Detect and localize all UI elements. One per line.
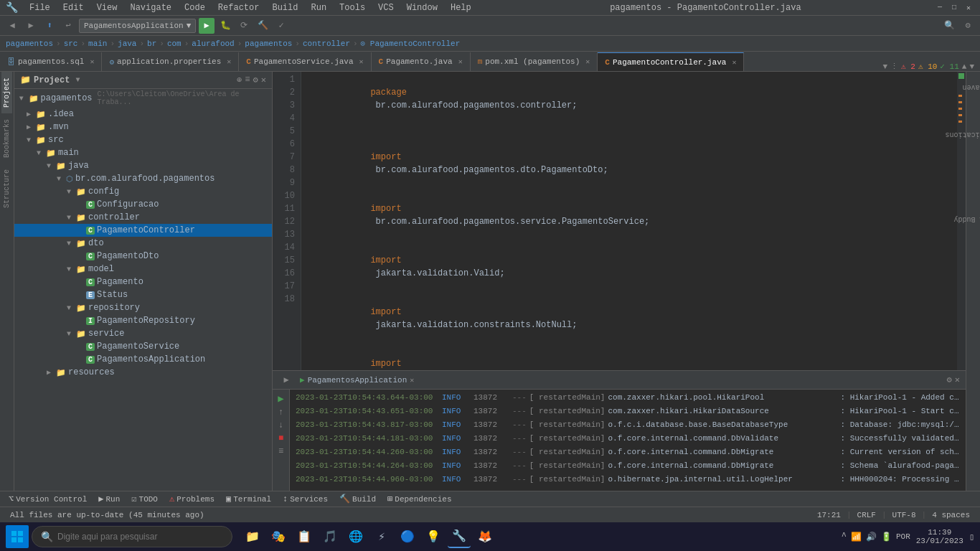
tree-configuracao[interactable]: C Configuracao bbox=[14, 198, 272, 211]
tab-close-pagamento-controller[interactable]: ✕ bbox=[732, 58, 736, 67]
run-close-button[interactable]: ✕ bbox=[955, 375, 960, 385]
tree-src[interactable]: ▼ 📁 src bbox=[14, 133, 272, 146]
project-settings-button[interactable]: ⚙ bbox=[253, 75, 258, 85]
run-tool-button[interactable]: ▶ Run bbox=[95, 494, 123, 504]
close-button[interactable]: ✕ bbox=[963, 2, 974, 14]
tab-pagamento-java[interactable]: C Pagamento.java ✕ bbox=[372, 52, 471, 71]
maven-panel-button[interactable]: Maven bbox=[958, 82, 980, 93]
taskbar-app3[interactable]: 📋 bbox=[293, 525, 316, 548]
taskbar-app2[interactable]: 🎭 bbox=[267, 525, 290, 548]
tree-status[interactable]: E Status bbox=[14, 288, 272, 301]
tree-resources[interactable]: ▶ 📁 resources bbox=[14, 366, 272, 379]
run-app-close-icon[interactable]: ✕ bbox=[410, 376, 414, 385]
build-button[interactable]: 🔨 Build bbox=[336, 494, 379, 504]
menu-refactor[interactable]: Refactor bbox=[212, 1, 265, 14]
nav-icon2[interactable]: ↩ bbox=[60, 18, 76, 34]
tree-config[interactable]: ▼ 📁 config bbox=[14, 185, 272, 198]
run-button[interactable]: ▶ bbox=[199, 18, 215, 34]
run-scroll-up-btn[interactable]: ↑ bbox=[278, 408, 283, 418]
taskbar-network-icon[interactable]: 📶 bbox=[851, 532, 862, 542]
search-button[interactable]: 🔍 bbox=[941, 18, 957, 34]
tree-repository[interactable]: ▼ 📁 repository bbox=[14, 301, 272, 314]
forward-button[interactable]: ▶ bbox=[23, 18, 39, 34]
project-panel-button[interactable]: Project bbox=[1, 72, 12, 113]
taskbar-intellij[interactable]: 🔧 bbox=[448, 525, 471, 548]
menu-vcs[interactable]: VCS bbox=[372, 1, 400, 14]
minimize-button[interactable]: ─ bbox=[934, 2, 946, 14]
tab-pagamentos-sql[interactable]: 🗄 pagamentos.sql ✕ bbox=[0, 52, 102, 71]
tab-pagamento-service[interactable]: C PagamentoService.java ✕ bbox=[239, 52, 371, 71]
project-add-button[interactable]: ⊕ bbox=[237, 75, 242, 85]
breadcrumb-pagamentocontroller[interactable]: ⊙ PagamentoController bbox=[361, 39, 461, 48]
tree-controller[interactable]: ▼ 📁 controller bbox=[14, 211, 272, 224]
show-desktop-button[interactable]: ▯ bbox=[969, 532, 974, 542]
project-close-button[interactable]: ✕ bbox=[261, 75, 266, 85]
indent-size[interactable]: 4 spaces bbox=[928, 511, 974, 519]
jpa-buddy-panel-button[interactable]: JPA Buddy bbox=[949, 214, 980, 225]
menu-code[interactable]: Code bbox=[179, 1, 211, 14]
menu-edit[interactable]: Edit bbox=[57, 1, 90, 14]
project-dropdown[interactable]: ▼ bbox=[75, 76, 80, 84]
menu-build[interactable]: Build bbox=[266, 1, 303, 14]
tree-java[interactable]: ▼ 📁 java bbox=[14, 159, 272, 172]
tree-model[interactable]: ▼ 📁 model bbox=[14, 263, 272, 276]
build-button[interactable]: 🔨 bbox=[255, 18, 270, 34]
tab-close-pagamentos-sql[interactable]: ✕ bbox=[90, 57, 94, 66]
breadcrumb-main[interactable]: main bbox=[88, 39, 107, 48]
structure-panel-button[interactable]: Structure bbox=[1, 164, 12, 214]
taskbar-app10[interactable]: 🦊 bbox=[473, 525, 496, 548]
breadcrumb-controller[interactable]: controller bbox=[303, 39, 350, 48]
tab-close-pagamento-service[interactable]: ✕ bbox=[359, 57, 364, 66]
taskbar-app6[interactable]: ⚡ bbox=[370, 525, 393, 548]
menu-navigate[interactable]: Navigate bbox=[124, 1, 177, 14]
menu-tools[interactable]: Tools bbox=[334, 1, 371, 14]
encoding[interactable]: UTF-8 bbox=[888, 511, 920, 519]
taskbar-up-arrow-icon[interactable]: ^ bbox=[842, 532, 847, 542]
todo-button[interactable]: ☑ TODO bbox=[128, 494, 161, 504]
tree-mvn[interactable]: ▶ 📁 .mvn bbox=[14, 121, 272, 133]
run-stop-btn[interactable]: ■ bbox=[278, 433, 283, 443]
tree-main[interactable]: ▼ 📁 main bbox=[14, 146, 272, 159]
run-settings-button[interactable]: ⚙ bbox=[947, 375, 952, 385]
scroll-up-button[interactable]: ▲ bbox=[962, 62, 967, 71]
menu-help[interactable]: Help bbox=[445, 1, 477, 14]
tab-pagamento-controller[interactable]: C PagamentoController.java ✕ bbox=[598, 52, 744, 71]
taskbar-app5[interactable]: 🌐 bbox=[344, 525, 367, 548]
taskbar-file-explorer[interactable]: 📁 bbox=[241, 525, 264, 548]
settings-button[interactable]: ⚙ bbox=[960, 18, 976, 34]
services-button[interactable]: ↕ Services bbox=[280, 494, 331, 504]
run-play-btn[interactable]: ▶ bbox=[278, 392, 283, 405]
debug-button[interactable]: 🐛 bbox=[217, 18, 233, 34]
taskbar-volume-icon[interactable]: 🔊 bbox=[866, 532, 877, 542]
problems-button[interactable]: ⚠ Problems bbox=[166, 494, 217, 504]
taskbar-app8[interactable]: 💡 bbox=[422, 525, 445, 548]
maximize-button[interactable]: □ bbox=[948, 2, 960, 14]
breadcrumb-br[interactable]: br bbox=[147, 39, 156, 48]
tree-pagamento[interactable]: C Pagamento bbox=[14, 276, 272, 288]
breadcrumb-com[interactable]: com bbox=[167, 39, 182, 48]
tree-pagamento-repository[interactable]: I PagamentoRepository bbox=[14, 314, 272, 327]
notifications-panel-button[interactable]: Notifications bbox=[941, 129, 980, 140]
taskbar-battery-icon[interactable]: 🔋 bbox=[881, 532, 892, 542]
tree-pagamento-controller[interactable]: C PagamentoController bbox=[14, 224, 272, 237]
taskbar-app7[interactable]: 🔵 bbox=[396, 525, 419, 548]
taskbar-app4[interactable]: 🎵 bbox=[319, 525, 341, 548]
line-separator[interactable]: CRLF bbox=[853, 511, 880, 519]
run-scroll-down-btn[interactable]: ↓ bbox=[278, 420, 283, 430]
start-button[interactable] bbox=[6, 525, 29, 548]
rerun-button[interactable]: ⟳ bbox=[236, 18, 252, 34]
breadcrumb-pagamentos[interactable]: pagamentos bbox=[6, 39, 53, 48]
tab-list-button[interactable]: ▼ bbox=[882, 62, 887, 71]
menu-window[interactable]: Window bbox=[401, 1, 443, 14]
cursor-position[interactable]: 17:21 bbox=[813, 511, 845, 519]
tab-more-button[interactable]: ⋮ bbox=[890, 62, 898, 71]
breadcrumb-src[interactable]: src bbox=[64, 39, 78, 48]
files-status[interactable]: All files are up-to-date (45 minutes ago… bbox=[6, 511, 209, 519]
coverage-button[interactable]: ✓ bbox=[273, 18, 289, 34]
git-button[interactable]: ⬆ bbox=[42, 18, 57, 34]
tree-root[interactable]: ▼ 📁 pagamentos C:\Users\Cleitom\OneDrive… bbox=[14, 89, 272, 108]
tab-close-pagamento-java[interactable]: ✕ bbox=[458, 57, 463, 66]
menu-file[interactable]: File bbox=[24, 1, 56, 14]
tab-application-properties[interactable]: ⚙ application.properties ✕ bbox=[102, 52, 239, 71]
version-control-button[interactable]: ⌥ Version Control bbox=[6, 494, 90, 504]
